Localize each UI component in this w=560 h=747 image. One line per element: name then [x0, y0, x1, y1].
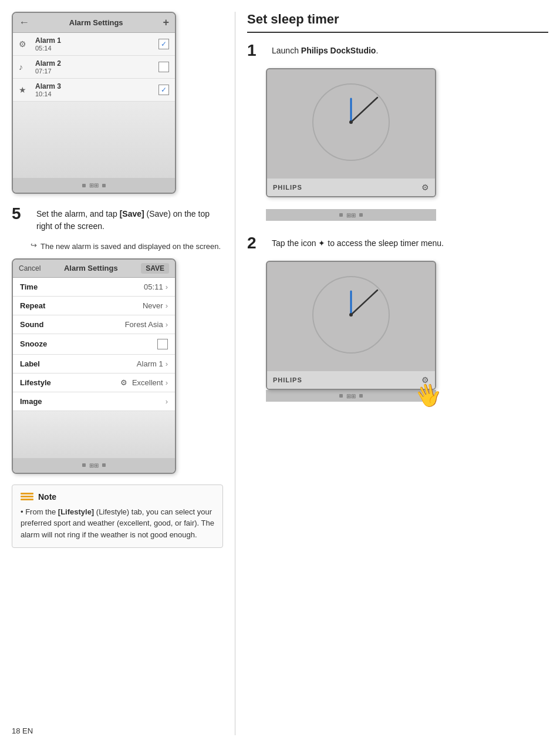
philips-mockup-1: PHILIPS ⚙: [266, 68, 436, 197]
arrow-icon: ↪: [31, 241, 37, 250]
page-number: 18 EN: [12, 726, 33, 735]
phone-header-1: ← Alarm Settings +: [13, 13, 175, 33]
alarm-time-3: 10:14: [35, 90, 158, 97]
add-alarm-button[interactable]: +: [163, 16, 169, 29]
alarm-row-3[interactable]: ★ Alarm 3 10:14 ✓: [13, 79, 175, 102]
philips-bold: Philips DockStudio: [301, 46, 376, 55]
snooze-row[interactable]: Snooze: [13, 334, 175, 355]
note-lines-icon: [21, 493, 33, 500]
alarm-icon-2: ♪: [19, 62, 32, 72]
philips-bottom-bar-2: PHILIPS ⚙: [267, 371, 435, 389]
philips-bottom-bar-1: PHILIPS ⚙: [267, 179, 435, 196]
step-2-block: 2 Tap the icon ✦ to access the sleep tim…: [247, 235, 548, 251]
alarm-icon-3: ★: [19, 85, 32, 95]
note-line-1: [21, 493, 33, 494]
note-header: Note: [21, 492, 214, 502]
footer-dot-2: [102, 184, 106, 187]
step-5-number: 5: [12, 206, 31, 222]
step-2-number: 2: [247, 235, 266, 251]
lifestyle-chevron: ›: [166, 378, 168, 387]
label-value: Alarm 1 ›: [137, 359, 168, 368]
lifestyle-bold: [Lifestyle]: [58, 507, 94, 516]
alarm-checkbox-1[interactable]: ✓: [158, 39, 169, 49]
alarm-name-1: Alarm 1: [35, 36, 158, 45]
repeat-row[interactable]: Repeat Never ›: [13, 297, 175, 315]
empty-area-1: [13, 102, 175, 178]
philips-footer-1: ⊞⊞: [266, 209, 436, 221]
time-chevron: ›: [166, 282, 168, 291]
footer-dot: [82, 184, 86, 187]
footer-controls: ⊞⊞: [89, 182, 99, 189]
section-title: Set sleep timer: [247, 12, 548, 33]
repeat-chevron: ›: [166, 301, 168, 310]
clock-face-2: [310, 274, 392, 356]
lifestyle-row[interactable]: Lifestyle ⚙ Excellent ›: [13, 374, 175, 392]
philips-footer-2: ⊞⊞: [266, 390, 436, 402]
alarm-icon-1: ⚙: [19, 39, 32, 49]
time-label: Time: [20, 282, 38, 291]
footer-ctrl-4: ⊞⊞: [346, 393, 356, 399]
step-2-text: Tap the icon ✦ to access the sleep timer…: [272, 235, 444, 250]
footer-dot-3: [82, 463, 86, 467]
alarm-time-1: 05:14: [35, 45, 158, 52]
footer-dot-7: [339, 394, 343, 398]
sub-step-5: ↪ The new alarm is saved and displayed o…: [31, 241, 223, 253]
alarm-settings-title-2: Alarm Settings: [41, 264, 141, 272]
phone-mockup-alarm-list: ← Alarm Settings + ⚙ Alarm 1 05:14 ✓ ♪ A…: [12, 12, 176, 194]
phone-mockup-alarm-settings: Cancel Alarm Settings SAVE Time 05:11 › …: [12, 258, 176, 474]
image-value: ›: [166, 397, 168, 406]
footer-dot-6: [359, 213, 363, 217]
note-line-2: [21, 496, 33, 497]
gear-icon-1[interactable]: ⚙: [421, 183, 429, 192]
svg-line-5: [351, 290, 377, 315]
sound-chevron: ›: [166, 320, 168, 329]
step-1-block: 1 Launch Philips DockStudio.: [247, 42, 548, 59]
alarm-row-2[interactable]: ♪ Alarm 2 07:17: [13, 56, 175, 79]
svg-point-7: [349, 313, 353, 317]
lifestyle-icon: ⚙: [120, 378, 127, 387]
lifestyle-value: ⚙ Excellent ›: [120, 378, 168, 387]
image-row[interactable]: Image ›: [13, 392, 175, 411]
alarm-settings-header: Cancel Alarm Settings SAVE: [13, 260, 175, 278]
alarm-name-2: Alarm 2: [35, 59, 158, 68]
image-chevron: ›: [166, 397, 168, 406]
footer-dot-8: [359, 394, 363, 398]
cancel-button[interactable]: Cancel: [19, 264, 41, 272]
alarm-settings-title-1: Alarm Settings: [29, 18, 163, 27]
phone-footer-1: ⊞⊞: [13, 178, 175, 193]
svg-line-1: [351, 97, 377, 122]
snooze-checkbox[interactable]: [157, 339, 168, 349]
svg-point-3: [349, 120, 353, 124]
label-chevron: ›: [166, 359, 168, 368]
alarm-checkbox-2[interactable]: [158, 62, 169, 72]
step-5-text: Set the alarm, and tap [Save] (Save) on …: [36, 206, 223, 233]
alarm-checkbox-3[interactable]: ✓: [158, 85, 169, 95]
footer-dot-4: [102, 463, 106, 467]
save-button[interactable]: SAVE: [141, 263, 169, 274]
alarm-row-1[interactable]: ⚙ Alarm 1 05:14 ✓: [13, 33, 175, 56]
note-line-3: [21, 499, 33, 500]
settings-empty-area: [13, 411, 175, 458]
footer-dot-5: [339, 213, 343, 217]
clock-face-1: [310, 81, 392, 163]
repeat-label: Repeat: [20, 301, 45, 310]
label-row[interactable]: Label Alarm 1 ›: [13, 355, 175, 374]
step-5-block: 5 Set the alarm, and tap [Save] (Save) o…: [12, 206, 223, 233]
step-1-text: Launch Philips DockStudio.: [272, 42, 378, 57]
alarm-time-2: 07:17: [35, 68, 158, 75]
sound-label: Sound: [20, 320, 43, 329]
philips-mockup-2: PHILIPS ⚙: [266, 261, 436, 390]
time-row[interactable]: Time 05:11 ›: [13, 278, 175, 297]
sound-row[interactable]: Sound Forest Asia ›: [13, 315, 175, 334]
back-button[interactable]: ←: [19, 16, 29, 29]
footer-controls-2: ⊞⊞: [89, 462, 99, 469]
note-box: Note • From the [Lifestyle] (Lifestyle) …: [12, 484, 223, 549]
label-label: Label: [20, 359, 40, 368]
phone-footer-2: ⊞⊞: [13, 458, 175, 473]
save-bold: [Save]: [120, 209, 144, 218]
sub-step-text: The new alarm is saved and displayed on …: [41, 241, 221, 253]
philips-logo-2: PHILIPS: [273, 376, 302, 383]
lifestyle-label: Lifestyle: [20, 378, 51, 387]
philips-logo-1: PHILIPS: [273, 184, 302, 191]
note-title: Note: [38, 492, 56, 502]
